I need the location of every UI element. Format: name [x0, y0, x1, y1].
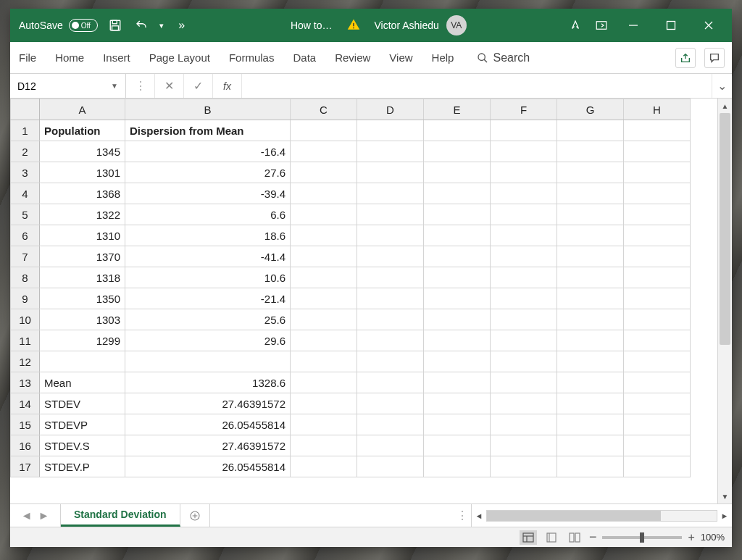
cell[interactable] [557, 246, 624, 267]
cell[interactable] [125, 351, 291, 372]
cell[interactable] [424, 120, 491, 141]
cell[interactable] [624, 309, 691, 330]
row-header[interactable]: 15 [11, 414, 40, 435]
row-header[interactable]: 13 [11, 372, 40, 393]
cell[interactable] [357, 183, 424, 204]
column-header[interactable]: F [491, 99, 557, 120]
cell[interactable] [424, 204, 491, 225]
cell[interactable] [424, 309, 491, 330]
cell[interactable] [557, 183, 624, 204]
cell[interactable]: 1303 [40, 309, 125, 330]
vscroll-thumb[interactable] [720, 113, 730, 345]
cell[interactable] [557, 162, 624, 183]
zoom-slider-knob[interactable] [640, 532, 644, 543]
cell[interactable]: -21.4 [125, 288, 291, 309]
cell[interactable] [491, 141, 557, 162]
column-header[interactable]: D [357, 99, 424, 120]
cell[interactable] [357, 393, 424, 414]
cell[interactable] [291, 351, 357, 372]
cell[interactable]: -39.4 [125, 183, 291, 204]
cell[interactable] [357, 162, 424, 183]
cell[interactable] [357, 120, 424, 141]
try-preview-icon[interactable] [562, 12, 588, 38]
cell[interactable] [357, 225, 424, 246]
row-header[interactable]: 12 [11, 351, 40, 372]
row-header[interactable]: 6 [11, 225, 40, 246]
cell[interactable]: Mean [40, 372, 125, 393]
new-sheet-button[interactable] [180, 504, 209, 527]
cell[interactable] [624, 435, 691, 456]
cell[interactable]: 26.05455814 [125, 456, 291, 477]
maximize-button[interactable] [652, 9, 690, 42]
tab-page-layout[interactable]: Page Layout [148, 49, 212, 67]
row-header[interactable]: 4 [11, 183, 40, 204]
cell[interactable]: 1310 [40, 225, 125, 246]
cell[interactable] [357, 330, 424, 351]
scroll-right-arrow[interactable]: ► [717, 511, 732, 520]
cell[interactable] [291, 309, 357, 330]
cell[interactable] [291, 225, 357, 246]
zoom-slider[interactable] [602, 536, 682, 539]
sheet-split-handle[interactable]: ⋮ [454, 504, 471, 527]
scroll-down-arrow[interactable]: ▼ [718, 489, 732, 503]
enter-formula-button[interactable]: ✓ [184, 74, 213, 98]
cell[interactable] [491, 351, 557, 372]
cell[interactable] [557, 204, 624, 225]
cell[interactable] [491, 456, 557, 477]
vertical-scrollbar[interactable]: ▲ ▼ [717, 99, 732, 503]
cell[interactable]: 25.6 [125, 309, 291, 330]
cell[interactable]: STDEV [40, 393, 125, 414]
tab-view[interactable]: View [388, 49, 414, 67]
sheet-nav-next-icon[interactable]: ► [38, 509, 50, 522]
normal-view-button[interactable] [520, 530, 537, 545]
cell[interactable] [424, 246, 491, 267]
cell[interactable] [557, 393, 624, 414]
cell[interactable]: STDEVP [40, 414, 125, 435]
row-header[interactable]: 8 [11, 267, 40, 288]
cell[interactable] [424, 183, 491, 204]
row-header[interactable]: 2 [11, 141, 40, 162]
cell[interactable] [491, 330, 557, 351]
cell[interactable] [424, 414, 491, 435]
cell[interactable] [291, 435, 357, 456]
cell[interactable] [357, 372, 424, 393]
toggle-switch[interactable]: Off [69, 19, 98, 32]
cell[interactable] [357, 435, 424, 456]
tab-data[interactable]: Data [291, 49, 317, 67]
save-button[interactable] [102, 12, 128, 38]
zoom-out-button[interactable]: − [589, 530, 597, 545]
cell[interactable] [624, 183, 691, 204]
close-button[interactable] [690, 9, 728, 42]
cell[interactable]: -16.4 [125, 141, 291, 162]
row-header[interactable]: 5 [11, 204, 40, 225]
cell[interactable] [557, 435, 624, 456]
fb-more[interactable]: ⋮ [126, 74, 155, 98]
cell[interactable] [424, 225, 491, 246]
cell[interactable]: STDEV.P [40, 456, 125, 477]
cell[interactable] [291, 183, 357, 204]
cell[interactable]: 1322 [40, 204, 125, 225]
tab-file[interactable]: File [17, 49, 38, 67]
qat-more[interactable]: » [169, 12, 195, 38]
cell[interactable] [491, 120, 557, 141]
cell[interactable] [357, 351, 424, 372]
qat-dropdown[interactable]: ▾ [154, 12, 169, 38]
cell[interactable] [624, 288, 691, 309]
cell[interactable]: 1350 [40, 288, 125, 309]
cell[interactable] [424, 162, 491, 183]
formula-input[interactable] [242, 74, 712, 98]
cell[interactable] [491, 162, 557, 183]
cell[interactable] [291, 120, 357, 141]
cell[interactable] [291, 204, 357, 225]
cell[interactable] [291, 267, 357, 288]
cell[interactable]: 18.6 [125, 225, 291, 246]
cell[interactable] [491, 267, 557, 288]
cell[interactable] [624, 456, 691, 477]
hscroll-thumb[interactable] [487, 511, 661, 521]
cancel-formula-button[interactable]: ✕ [155, 74, 184, 98]
cell[interactable] [624, 120, 691, 141]
autosave-toggle[interactable]: AutoSave Off [14, 19, 102, 32]
cell[interactable] [291, 372, 357, 393]
cell[interactable] [357, 456, 424, 477]
cell[interactable] [424, 267, 491, 288]
